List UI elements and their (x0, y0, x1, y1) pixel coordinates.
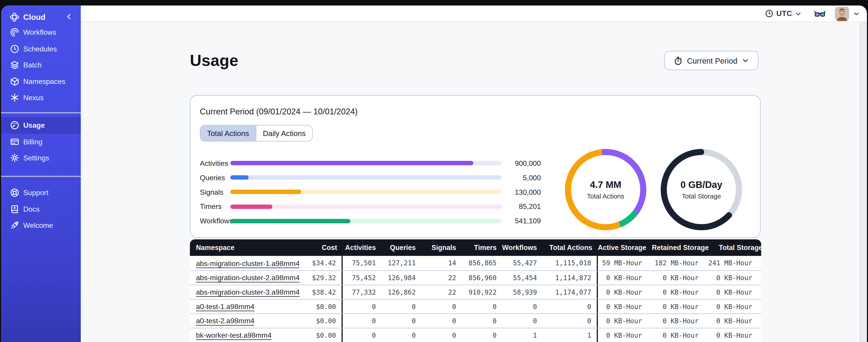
scrollbar[interactable] (860, 22, 867, 342)
avatar[interactable] (835, 6, 849, 21)
sidebar-nav-account: Usage Billing Settings (1, 117, 81, 166)
table-row: bk-worker-test.a98mm4$0.000000110 KB-Hou… (190, 328, 761, 342)
sidebar-item-usage[interactable]: Usage (1, 117, 81, 133)
usage-bar-row: Signals130,000 (190, 185, 556, 199)
cell-workflows: 0 (502, 300, 542, 313)
billing-card-icon (10, 137, 20, 146)
usage-bar-row: Workflows541,109 (190, 214, 556, 228)
namespace-link[interactable]: a0-test-2.a98mm4 (196, 317, 254, 325)
namespace-link[interactable]: a0-test-1.a98mm4 (196, 302, 254, 311)
donut-value: 4.7 MM (590, 179, 621, 191)
sidebar-item-workflows[interactable]: Workflows (1, 24, 81, 41)
settings-gear-icon (10, 153, 20, 163)
donut-center: 4.7 MM Total Actions (565, 149, 647, 231)
cell-namespace: abs-migration-cluster-2.a98mm4 (190, 271, 301, 285)
bar-value-label: 5,000 (505, 173, 541, 182)
sidebar-collapse-icon[interactable] (65, 13, 73, 20)
cell-namespace: a0-test-2.a98mm4 (190, 314, 301, 328)
app-window: Cloud Workflows Schedules (1, 6, 867, 342)
cell-active_storage: 0 KB-Hour (598, 271, 648, 285)
column-header-active_storage: Active Storage (598, 244, 652, 251)
cell-total_storage: 0 KB-Hour (704, 285, 761, 299)
cell-retained_storage: 0 KB-Hour (648, 314, 704, 328)
cell-timers: 856,865 (462, 256, 502, 270)
sidebar-item-label: Billing (23, 138, 42, 146)
namespace-link[interactable]: abs-migration-cluster-2.a98mm4 (196, 274, 300, 282)
docs-book-icon (10, 204, 20, 214)
donut-value: 0 GB/Day (680, 179, 722, 191)
tab-total-actions[interactable]: Total Actions (200, 126, 256, 141)
cell-activities: 0 (343, 328, 381, 342)
main-content: Usage Current Period Current Period (09/… (81, 22, 867, 342)
namespace-link[interactable]: bk-worker-test.a98mm4 (196, 331, 272, 340)
schedules-icon (10, 44, 20, 54)
cell-signals: 22 (421, 271, 462, 285)
bar-fill (230, 204, 273, 209)
cell-namespace: a0-test-1.a98mm4 (190, 300, 301, 313)
cell-queries: 0 (381, 300, 421, 313)
usage-bar-chart: Activities900,000Queries5,000Signals130,… (190, 156, 556, 228)
cell-total_storage: 0 KB-Hour (704, 314, 761, 328)
sidebar-item-docs[interactable]: Docs (1, 201, 81, 217)
sidebar-item-settings[interactable]: Settings (1, 150, 81, 166)
app-stage: Cloud Workflows Schedules (0, 0, 868, 342)
cell-activities: 75,501 (343, 256, 381, 270)
sidebar-item-support[interactable]: Support (1, 184, 81, 201)
sidebar-item-label: Schedules (23, 45, 57, 53)
donut-label: Total Actions (587, 192, 624, 200)
cell-namespace: bk-worker-test.a98mm4 (190, 328, 301, 342)
table-body: abs-migration-cluster-1.a98mm4$34.4275,5… (190, 256, 761, 342)
namespace-link[interactable]: abs-migration-cluster-1.a98mm4 (196, 259, 300, 267)
cell-timers: 0 (462, 314, 502, 328)
sidebar-item-label: Usage (23, 121, 45, 130)
bar-value-label: 85,201 (505, 202, 541, 211)
table-header-row: NamespaceCostActivitiesQueriesSignalsTim… (190, 239, 761, 256)
sidebar-item-label: Workflows (23, 28, 56, 37)
sidebar-item-namespaces[interactable]: Namespaces (1, 73, 81, 90)
sidebar-item-batch[interactable]: Batch (1, 57, 81, 73)
sidebar-item-label: Welcome (23, 221, 53, 230)
donut-label: Total Storage (682, 192, 721, 200)
cell-retained_storage: 182 MB-Hour (648, 256, 704, 270)
namespace-usage-table: NamespaceCostActivitiesQueriesSignalsTim… (190, 239, 761, 342)
bar-track (230, 175, 501, 180)
usage-bar-row: Activities900,000 (190, 156, 556, 170)
namespaces-cube-icon (10, 77, 20, 86)
sidebar-nav-primary: Workflows Schedules Batch (1, 24, 81, 106)
cell-activities: 0 (343, 314, 381, 328)
cell-active_storage: 0 KB-Hour (598, 300, 648, 313)
cell-total_actions: 1 (542, 328, 598, 342)
total-actions-donut: 4.7 MM Total Actions (565, 149, 647, 231)
sidebar-item-label: Nexus (23, 94, 43, 102)
sidebar-item-schedules[interactable]: Schedules (1, 41, 81, 57)
cell-workflows: 0 (502, 314, 542, 328)
tab-daily-actions[interactable]: Daily Actions (256, 126, 312, 141)
bar-category-label: Signals (190, 188, 230, 196)
cell-activities: 0 (343, 300, 381, 313)
sidebar-item-billing[interactable]: Billing (1, 134, 81, 150)
bar-track (230, 204, 501, 209)
total-storage-donut: 0 GB/Day Total Storage (660, 149, 742, 231)
cell-namespace: abs-migration-cluster-1.a98mm4 (190, 256, 301, 270)
feedback-glasses-button[interactable] (814, 9, 826, 18)
cell-timers: 0 (462, 300, 502, 313)
cell-cost: $0.00 (301, 328, 343, 342)
workflows-icon (10, 28, 20, 37)
sidebar-logo-row[interactable]: Cloud (1, 10, 81, 24)
namespace-link[interactable]: abs-migration-cluster-3.a98mm4 (196, 288, 300, 297)
column-header-queries: Queries (381, 244, 421, 251)
bar-track (230, 219, 501, 223)
cell-queries: 126,862 (381, 285, 421, 299)
batch-layers-icon (10, 61, 20, 70)
table-row: abs-migration-cluster-3.a98mm4$38.4277,3… (190, 285, 761, 299)
sidebar-item-nexus[interactable]: Nexus (1, 90, 81, 106)
sidebar-item-welcome[interactable]: Welcome (1, 217, 81, 234)
cell-timers: 910,922 (462, 285, 502, 299)
cell-active_storage: 0 KB-Hour (598, 285, 648, 299)
chevron-down-icon (795, 10, 802, 17)
period-selector-button[interactable]: Current Period (664, 51, 758, 70)
table-row: a0-test-2.a98mm4$0.000000000 KB-Hour0 KB… (190, 313, 761, 328)
timezone-selector[interactable]: UTC (765, 9, 802, 18)
user-menu-chevron[interactable] (853, 10, 860, 17)
table-row: a0-test-1.a98mm4$0.000000000 KB-Hour0 KB… (190, 299, 761, 314)
